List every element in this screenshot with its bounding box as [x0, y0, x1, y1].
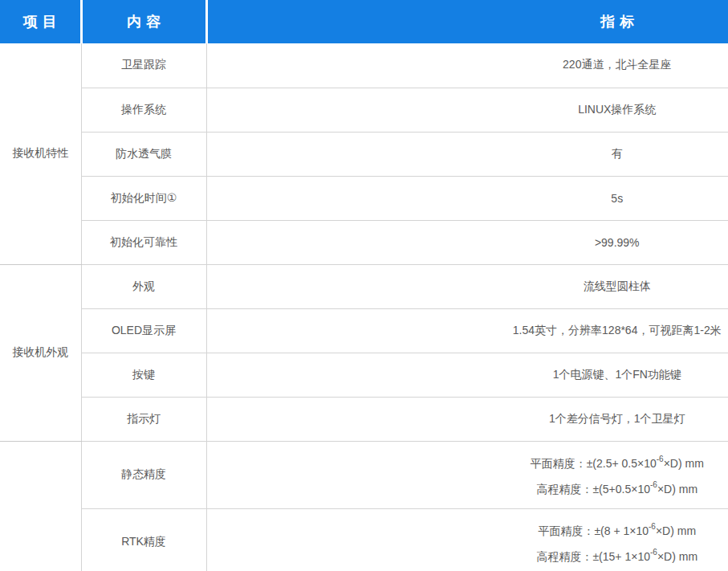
header-row: 项目 内容 指标 [0, 0, 728, 43]
table-row: RTK精度 平面精度：±(8 + 1×10-6×D) mm 高程精度：±(15+… [0, 508, 728, 571]
header-cell-spec: 指标 [206, 0, 728, 43]
header-cell-content: 内容 [81, 0, 206, 43]
group-label-receiver-appearance: 接收机外观 [0, 264, 81, 441]
row-value-cell: >99.99% [206, 220, 728, 264]
row-name-cell: 初始化可靠性 [81, 220, 206, 264]
row-value-cell: 平面精度：±(8 + 1×10-6×D) mm 高程精度：±(15+ 1×10-… [206, 508, 728, 571]
row-value-cell: 1个差分信号灯，1个卫星灯 [206, 397, 728, 441]
row-value-cell: LINUX操作系统 [206, 88, 728, 132]
formula-suffix: ×D) mm [657, 550, 697, 563]
table-row: 初始化可靠性 >99.99% [0, 220, 728, 264]
row-value-cell: 平面精度：±(2.5+ 0.5×10-6×D) mm 高程精度：±(5+0.5×… [206, 441, 728, 508]
formula-prefix: 平面精度：±(2.5+ 0.5×10 [531, 457, 657, 470]
row-value-cell: 220通道，北斗全星座 [206, 43, 728, 88]
row-name-cell: OLED显示屏 [81, 308, 206, 353]
spec-table: 项目 内容 指标 接收机特性 卫星跟踪 220通道，北斗全星座 操作系统 LIN… [0, 0, 728, 571]
group-label-receiver-features: 接收机特性 [0, 43, 81, 264]
row-name-cell: 防水透气膜 [81, 132, 206, 176]
row-value-cell: 5s [206, 176, 728, 220]
table-row: 按键 1个电源键、1个FN功能键 [0, 353, 728, 397]
row-name-cell: 卫星跟踪 [81, 43, 206, 88]
row-name-cell: 外观 [81, 264, 206, 308]
formula-suffix: ×D) mm [657, 483, 697, 496]
formula-suffix: ×D) mm [664, 457, 704, 470]
table-row: 初始化时间① 5s [0, 176, 728, 220]
superscript-exponent: -6 [649, 522, 656, 531]
row-name-cell: 按键 [81, 353, 206, 397]
formula-prefix: 平面精度：±(8 + 1×10 [538, 524, 649, 537]
precision-line-vertical: 高程精度：±(5+0.5×10-6×D) mm [207, 475, 728, 500]
formula-suffix: ×D) mm [656, 524, 696, 537]
table-row: 接收机外观 外观 流线型圆柱体 [0, 264, 728, 308]
precision-line-horizontal: 平面精度：±(2.5+ 0.5×10-6×D) mm [207, 449, 728, 475]
group-label-precision [0, 441, 81, 571]
row-name-cell: 初始化时间① [81, 176, 206, 220]
row-value-cell: 1个电源键、1个FN功能键 [206, 353, 728, 397]
superscript-exponent: -6 [650, 548, 657, 557]
table-row: 操作系统 LINUX操作系统 [0, 88, 728, 132]
row-value-cell: 1.54英寸，分辨率128*64，可视距离1-2米 [206, 308, 728, 353]
row-value-cell: 流线型圆柱体 [206, 264, 728, 308]
row-name-cell: 静态精度 [81, 441, 206, 508]
formula-prefix: 高程精度：±(15+ 1×10 [536, 550, 650, 563]
row-name-cell: 指示灯 [81, 397, 206, 441]
row-name-cell: RTK精度 [81, 508, 206, 571]
superscript-exponent: -6 [650, 480, 657, 489]
precision-line-horizontal: 平面精度：±(8 + 1×10-6×D) mm [207, 516, 728, 542]
table-row: 接收机特性 卫星跟踪 220通道，北斗全星座 [0, 43, 728, 88]
table-row: 防水透气膜 有 [0, 132, 728, 176]
table-row: OLED显示屏 1.54英寸，分辨率128*64，可视距离1-2米 [0, 308, 728, 353]
spec-page: 项目 内容 指标 接收机特性 卫星跟踪 220通道，北斗全星座 操作系统 LIN… [0, 0, 728, 571]
table-header: 项目 内容 指标 [0, 0, 728, 43]
superscript-exponent: -6 [657, 455, 664, 463]
precision-line-vertical: 高程精度：±(15+ 1×10-6×D) mm [207, 542, 728, 568]
row-value-cell: 有 [206, 132, 728, 176]
table-row: 静态精度 平面精度：±(2.5+ 0.5×10-6×D) mm 高程精度：±(5… [0, 441, 728, 508]
row-name-cell: 操作系统 [81, 88, 206, 132]
header-cell-item: 项目 [0, 0, 81, 43]
table-row: 指示灯 1个差分信号灯，1个卫星灯 [0, 397, 728, 441]
formula-prefix: 高程精度：±(5+0.5×10 [536, 483, 650, 496]
